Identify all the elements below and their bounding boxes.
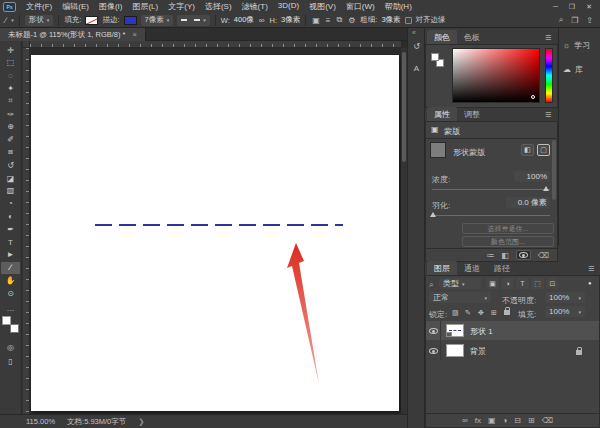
line-tool[interactable]: ∕ xyxy=(1,262,20,274)
move-tool[interactable]: ✛ xyxy=(1,44,20,56)
restore-button[interactable]: ❐ xyxy=(569,3,575,11)
new-group-icon[interactable]: ⊟ xyxy=(514,416,521,425)
dodge-tool[interactable]: ◐ xyxy=(1,210,20,222)
path-alignment-icon[interactable]: ≡ xyxy=(325,16,332,25)
layer-visibility-toggle[interactable] xyxy=(426,341,441,360)
apply-mask-icon[interactable]: ◧ xyxy=(501,251,509,260)
new-layer-icon[interactable]: ⊞ xyxy=(528,416,535,425)
filter-smart-objects-icon[interactable]: ⊡ xyxy=(546,278,559,289)
mask-thumbnail[interactable] xyxy=(430,142,446,158)
path-selection-tool[interactable]: ► xyxy=(1,249,20,261)
filter-adjustment-layers-icon[interactable]: ◑ xyxy=(501,278,514,289)
eraser-tool[interactable]: ◪ xyxy=(1,172,20,184)
menu-item-9[interactable]: 窗口(W) xyxy=(341,1,380,12)
menu-item-6[interactable]: 滤镜(T) xyxy=(237,1,273,12)
pen-tool[interactable]: ✒ xyxy=(1,223,20,235)
share-icon[interactable]: ⇪ xyxy=(586,16,593,25)
layer-name[interactable]: 形状 1 xyxy=(470,326,493,337)
artboard[interactable] xyxy=(31,55,399,411)
feather-value[interactable]: 0.0 像素 xyxy=(506,197,550,208)
lasso-tool[interactable]: ◌ xyxy=(1,70,20,82)
workspace-icon[interactable]: ❐ xyxy=(571,16,578,25)
path-arrangement-icon[interactable]: ⧉ xyxy=(335,15,343,25)
menu-item-5[interactable]: 选择(S) xyxy=(200,1,237,12)
panel-menu-icon[interactable]: ☰ xyxy=(545,34,551,42)
tab-layers-0[interactable]: 图层 xyxy=(427,261,457,275)
type-tool[interactable]: T xyxy=(1,236,20,248)
clone-stamp-tool[interactable]: ⧈ xyxy=(1,146,20,158)
align-edges-checkbox[interactable] xyxy=(405,17,412,24)
scrollbar-thumb[interactable] xyxy=(402,52,406,162)
menu-item-1[interactable]: 编辑(E) xyxy=(57,1,94,12)
height-field[interactable]: 3像素 xyxy=(281,15,300,25)
color-range-button[interactable]: 颜色范围... xyxy=(462,236,554,247)
libraries-panel-icon[interactable]: ☁库 xyxy=(563,64,583,75)
edit-toolbar-button[interactable]: … xyxy=(1,302,20,314)
tab-layers-1[interactable]: 通道 xyxy=(457,261,487,275)
menu-item-10[interactable]: 帮助(H) xyxy=(380,1,417,12)
panel-menu-icon[interactable]: ☰ xyxy=(545,111,551,119)
tab-color-1[interactable]: 色板 xyxy=(457,30,487,44)
tool-preset-caret-icon[interactable]: ▾ xyxy=(11,17,14,23)
tool-mode-select[interactable]: 形状 ▾ xyxy=(25,15,54,26)
fill-select[interactable]: 100% ▾ xyxy=(545,306,585,317)
color-picker-dot[interactable] xyxy=(531,95,535,99)
foreground-color-mini-swatch[interactable] xyxy=(431,53,439,61)
mask-visibility-icon[interactable] xyxy=(516,250,531,260)
fill-swatch[interactable] xyxy=(85,16,98,25)
select-and-mask-button[interactable]: 选择并遮住... xyxy=(462,223,554,234)
gear-icon[interactable]: ⚙ xyxy=(347,16,356,25)
spot-healing-tool[interactable]: ⊕ xyxy=(1,121,20,133)
tab-layers-2[interactable]: 路径 xyxy=(487,261,517,275)
adjustment-layer-icon[interactable]: ◑ xyxy=(502,416,507,425)
weight-field[interactable]: 3像素 xyxy=(381,15,400,25)
character-panel-icon[interactable]: A xyxy=(410,62,423,75)
layer-row[interactable]: 背景 xyxy=(426,341,599,360)
quick-mask-button[interactable]: ◎ xyxy=(1,341,20,353)
menu-item-0[interactable]: 文件(F) xyxy=(21,1,57,12)
density-slider[interactable] xyxy=(432,189,550,190)
path-operations-icon[interactable]: ▣ xyxy=(311,16,321,25)
menu-item-4[interactable]: 文字(Y) xyxy=(163,1,200,12)
lock-position-icon[interactable]: ✥ xyxy=(478,309,484,317)
density-value[interactable]: 100% xyxy=(514,171,550,182)
gradient-tool[interactable]: ▧ xyxy=(1,185,20,197)
history-brush-tool[interactable]: ↺ xyxy=(1,159,20,171)
hue-slider[interactable] xyxy=(545,48,553,103)
layer-row[interactable]: 形状 1 xyxy=(426,321,599,340)
feather-slider[interactable] xyxy=(432,215,550,216)
crop-tool[interactable]: ⌗ xyxy=(1,95,20,107)
zoom-tool[interactable]: ⊙ xyxy=(1,287,20,299)
panel-menu-icon[interactable]: ☰ xyxy=(588,265,594,273)
hand-tool[interactable]: ✋ xyxy=(1,274,20,286)
layer-thumbnail[interactable] xyxy=(446,324,464,337)
brush-tool[interactable]: ✐ xyxy=(1,134,20,146)
load-selection-icon[interactable]: ≔ xyxy=(486,251,494,260)
properties-scrollbar[interactable] xyxy=(552,140,556,200)
tab-properties-1[interactable]: 调整 xyxy=(457,107,487,121)
zoom-level[interactable]: 115.00% xyxy=(26,417,55,426)
layer-thumbnail[interactable] xyxy=(446,344,464,357)
filter-pixel-layers-icon[interactable]: ▣ xyxy=(486,278,499,289)
lock-transparency-icon[interactable]: ▨ xyxy=(452,309,459,317)
stroke-type-select[interactable]: ▾ xyxy=(177,15,210,26)
tab-color-0[interactable]: 颜色 xyxy=(427,30,457,44)
layer-effects-icon[interactable]: fx xyxy=(475,416,481,425)
opacity-select[interactable]: 100% ▾ xyxy=(545,292,585,303)
filter-shape-layers-icon[interactable]: ⬚ xyxy=(531,278,544,289)
link-dimensions-icon[interactable]: ∞ xyxy=(258,16,266,25)
eyedropper-tool[interactable]: ✑ xyxy=(1,108,20,120)
add-mask-icon[interactable]: ▣ xyxy=(488,416,496,425)
expand-panels-icon[interactable]: « xyxy=(412,29,416,36)
tab-properties-0[interactable]: 属性 xyxy=(427,107,457,121)
line-tool-preset-icon[interactable]: ∕ xyxy=(4,16,7,25)
filter-toggle[interactable]: ● xyxy=(588,280,592,286)
minimize-button[interactable]: ─ xyxy=(553,3,558,11)
blur-tool[interactable]: ◔ xyxy=(1,198,20,210)
filter-type-layers-icon[interactable]: T xyxy=(516,278,529,289)
canvas-area[interactable] xyxy=(23,41,407,414)
lock-pixels-icon[interactable]: ✎ xyxy=(465,309,471,317)
blend-mode-select[interactable]: 正常 ▾ xyxy=(429,292,491,303)
learn-panel-icon[interactable]: ☼学习 xyxy=(563,40,590,51)
filter-kind-select[interactable]: 类型 ▾ xyxy=(439,278,481,289)
